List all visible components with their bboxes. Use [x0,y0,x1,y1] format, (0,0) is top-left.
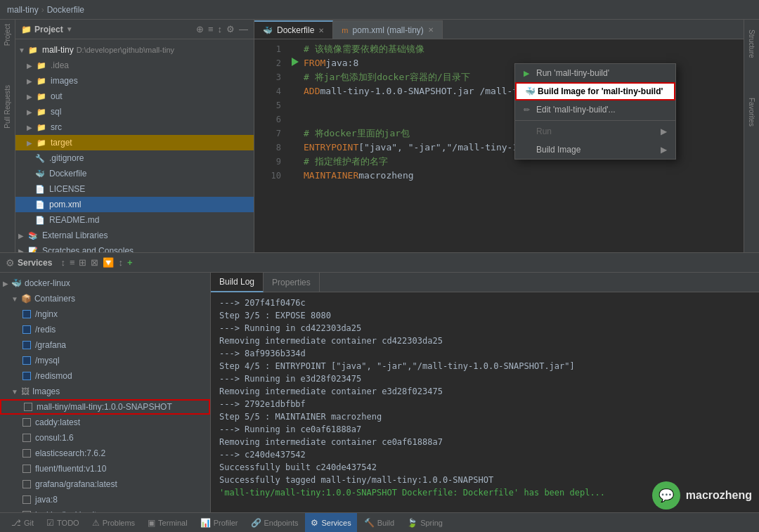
main-layout: Project Pull Requests 📁 Project ▼ ⊕ ≡ ↕ … [0,20,759,252]
svc-consul[interactable]: consul:1.6 [0,430,210,446]
project-side-tab[interactable]: Project [4,24,11,46]
svc-grafana[interactable]: /grafana [0,337,210,353]
tree-item-images[interactable]: ▶ 📁 images [15,73,254,89]
services-icon: ⚙ [6,257,15,268]
build-log-area: Build Log Properties ---> 207f41f0476c S… [211,273,759,512]
title-file: Dockerfile [47,5,84,15]
menu-run[interactable]: ▶ Run 'mall-tiny-build' [515,64,675,82]
menu-build-image-label: Build Image for 'mall-tiny-build' [538,86,663,96]
run-icon: ▶ [524,69,536,78]
svc-docker-label: docker-linux [25,278,70,288]
svc-grafana-img[interactable]: grafana/grafana:latest [0,476,210,492]
editor-area: 🐳 Dockerfile ✕ m pom.xml (mall-tiny) ✕ 1… [254,20,744,252]
tab-dockerfile-close[interactable]: ✕ [318,27,324,34]
tree-item-src[interactable]: ▶ 📁 src [15,119,254,135]
image-status-icon [24,403,32,411]
settings-gear-icon[interactable]: ⚙ [226,24,235,34]
tree-item-root[interactable]: ▼ 📁 mall-tiny D:\developer\github\mall-t… [15,42,254,58]
svc-btn-add[interactable]: + [127,257,133,268]
tree-item-dockerfile[interactable]: 🐳 Dockerfile [15,166,254,181]
menu-edit-label: Edit 'mall-tiny-build'... [536,105,616,115]
svc-redis[interactable]: /redis [0,322,210,337]
status-profiler[interactable]: 📊 Profiler [195,513,244,533]
context-menu: ▶ Run 'mall-tiny-build' 🐳 Build Image fo… [514,63,676,160]
menu-build-image-highlighted[interactable]: 🐳 Build Image for 'mall-tiny-build' [515,82,675,100]
build-log-content[interactable]: ---> 207f41f0476c Step 3/5 : EXPOSE 8080… [211,292,759,512]
list-icon[interactable]: ≡ [208,24,214,34]
tree-item-scratches[interactable]: ▶ 📝 Scratches and Consoles [15,243,254,252]
favorites-tab[interactable]: Favorites [745,92,758,132]
tree-item-external-libs[interactable]: ▶ 📚 External Libraries [15,228,254,243]
pull-requests-tab[interactable]: Pull Requests [4,85,11,129]
status-endpoints[interactable]: 🔗 Endpoints [245,513,304,533]
tab-bar: 🐳 Dockerfile ✕ m pom.xml (mall-tiny) ✕ [254,20,744,39]
svc-mysql-label: /mysql [35,356,60,365]
tab-dockerfile[interactable]: 🐳 Dockerfile ✕ [254,20,333,39]
tree-item-gitignore[interactable]: 🔧 .gitignore [15,150,254,166]
menu-run-sub[interactable]: Run ▶ [515,122,675,141]
structure-tab[interactable]: Structure [745,24,758,64]
svc-docker-linux[interactable]: ▶ 🐳 docker-linux [0,275,210,291]
tree-item-target[interactable]: ▶ 📁 target [15,135,254,150]
tree-item-license[interactable]: 📄 LICENSE [15,181,254,197]
menu-edit[interactable]: ✏ Edit 'mall-tiny-build'... [515,100,675,119]
svc-containers-group[interactable]: ▼ 📦 Containers [0,291,210,306]
svc-grafana-label: /grafana [35,340,66,350]
project-panel: 📁 Project ▼ ⊕ ≡ ↕ ⚙ — ▼ 📁 mall-tiny D:\d… [15,20,254,252]
tree-item-readme[interactable]: 📄 README.md [15,212,254,228]
svc-elasticsearch[interactable]: elasticsearch:7.6.2 [0,446,210,461]
status-services[interactable]: ⚙ Services [305,513,356,533]
svc-mysql[interactable]: /mysql [0,353,210,368]
svc-images-group[interactable]: ▼ 🖼 Images [0,384,210,399]
svc-btn-2[interactable]: ≡ [70,257,75,268]
dropdown-arrow[interactable]: ▼ [66,25,73,33]
svc-mall-tiny-image[interactable]: mall-tiny/mall-tiny:1.0.0-SNAPSHOT [0,399,210,415]
svc-btn-sort[interactable]: ↕ [118,257,123,268]
svc-fluentd[interactable]: fluent/fluentd:v1.10 [0,461,210,476]
container-status-icon [22,325,31,334]
status-problems-label: Problems [103,519,135,527]
svc-jenkins[interactable]: jenkins/jenkins:lts [0,507,210,512]
sort-icon[interactable]: ↕ [218,24,223,34]
menu-build-image-sub[interactable]: Build Image ▶ [515,141,675,159]
svc-btn-1[interactable]: ↕ [60,257,65,268]
tree-item-pom[interactable]: 📄 pom.xml [15,197,254,212]
svc-java8[interactable]: java:8 [0,492,210,507]
status-build[interactable]: 🔨 Build [358,513,400,533]
log-tab-build[interactable]: Build Log [211,273,264,292]
menu-build-image-sub-label: Build Image [536,145,580,155]
status-terminal[interactable]: ▣ Terminal [142,513,193,533]
status-git[interactable]: ⎇ Git [6,513,39,533]
tree-item-idea[interactable]: ▶ 📁 .idea [15,58,254,73]
image-status-icon [22,449,31,458]
tab-pomxml-label: pom.xml (mall-tiny) [353,25,424,35]
services-tree: ▶ 🐳 docker-linux ▼ 📦 Containers /nginx /… [0,273,211,512]
svc-caddy[interactable]: caddy:latest [0,415,210,430]
tree-item-sql[interactable]: ▶ 📁 sql [15,104,254,119]
svc-elasticsearch-label: elasticsearch:7.6.2 [35,448,105,458]
containers-icon: 📦 [21,294,32,304]
status-todo[interactable]: ☑ TODO [41,513,85,533]
status-problems[interactable]: ⚠ Problems [86,513,141,533]
svc-btn-3[interactable]: ⊞ [79,257,86,268]
title-bar: mall-tiny › Dockerfile [0,0,759,20]
svc-btn-dropdown[interactable]: 🔽 [103,257,114,268]
svc-redismod[interactable]: /redismod [0,368,210,384]
status-git-label: Git [24,519,34,527]
right-sidebar: Structure Favorites [744,20,759,252]
svc-mall-tiny-label: mall-tiny/mall-tiny:1.0.0-SNAPSHOT [37,402,172,412]
log-line-4: Removing intermediate container cd422303… [219,335,751,347]
svc-redis-label: /redis [35,325,56,335]
log-tab-properties[interactable]: Properties [264,273,320,292]
log-line-12: Removing intermediate container ce0af618… [219,436,751,448]
minimize-icon[interactable]: — [239,24,248,34]
status-spring[interactable]: 🍃 Spring [401,513,448,533]
log-line-2: Step 3/5 : EXPOSE 8080 [219,309,751,322]
tree-item-out[interactable]: ▶ 📁 out [15,89,254,104]
svc-btn-filter[interactable]: ⊠ [91,257,98,268]
run-button[interactable] [292,58,299,66]
tab-pomxml-close[interactable]: ✕ [428,26,434,34]
tab-pomxml[interactable]: m pom.xml (mall-tiny) ✕ [333,20,443,39]
svc-nginx[interactable]: /nginx [0,306,210,322]
add-icon[interactable]: ⊕ [196,24,204,34]
